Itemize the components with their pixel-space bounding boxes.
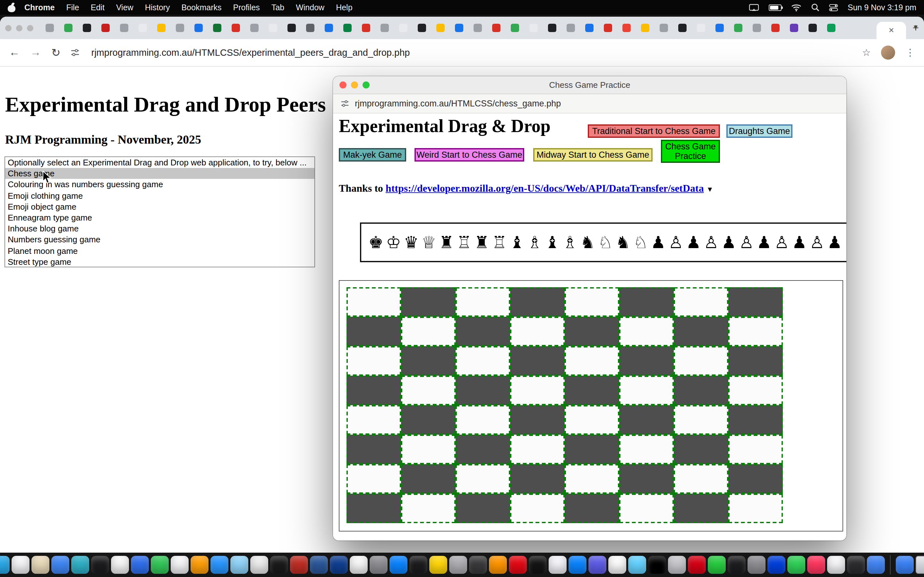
dock-app-icon[interactable] <box>807 556 825 574</box>
chess-piece[interactable]: ♛ <box>402 234 420 251</box>
board-cell[interactable] <box>347 317 401 346</box>
board-cell[interactable] <box>510 346 565 376</box>
dock-app-icon[interactable] <box>628 556 646 574</box>
dock-app-icon[interactable] <box>290 556 308 574</box>
board-cell[interactable] <box>565 435 619 464</box>
game-button-5[interactable]: Chess Game Practice <box>661 140 720 163</box>
dock-app-icon[interactable] <box>549 556 567 574</box>
dock-app-icon[interactable] <box>131 556 149 574</box>
dock-app-icon[interactable] <box>867 556 885 574</box>
menu-help[interactable]: Help <box>336 3 352 12</box>
board-cell[interactable] <box>347 435 401 464</box>
board-cell[interactable] <box>347 287 401 317</box>
browser-tab[interactable] <box>640 23 650 33</box>
board-cell[interactable] <box>510 435 565 464</box>
browser-tab[interactable] <box>193 23 204 33</box>
battery-icon[interactable] <box>769 4 782 11</box>
browser-tab[interactable] <box>677 23 687 33</box>
listbox-option[interactable]: Street type game <box>5 256 314 267</box>
browser-tab[interactable] <box>733 23 743 33</box>
dock-app-icon[interactable] <box>11 556 29 574</box>
board-cell[interactable] <box>728 464 783 494</box>
board-cell[interactable] <box>728 494 783 523</box>
dock-app-icon[interactable] <box>250 556 268 574</box>
browser-tab[interactable] <box>81 23 92 33</box>
browser-tab[interactable] <box>454 23 464 33</box>
board-cell[interactable] <box>510 317 565 346</box>
close-tab-icon[interactable]: ✕ <box>888 26 894 35</box>
board-cell[interactable] <box>674 405 728 435</box>
listbox-option[interactable]: Planet moon game <box>5 245 314 256</box>
dock-app-icon[interactable] <box>0 556 10 574</box>
board-cell[interactable] <box>456 317 510 346</box>
board-cell[interactable] <box>565 287 619 317</box>
board-cell[interactable] <box>565 464 619 494</box>
browser-tab[interactable] <box>156 23 166 33</box>
dock-app-icon[interactable] <box>31 556 49 574</box>
browser-tab[interactable] <box>119 23 129 33</box>
browser-tab[interactable] <box>249 23 259 33</box>
menu-file[interactable]: File <box>66 3 79 12</box>
menu-chrome[interactable]: Chrome <box>24 3 55 12</box>
browser-tab[interactable] <box>398 23 408 33</box>
browser-tab[interactable] <box>230 23 241 33</box>
board-cell[interactable] <box>347 376 401 405</box>
board-cell[interactable] <box>456 376 510 405</box>
board-cell[interactable] <box>456 435 510 464</box>
game-button-0[interactable]: Traditional Start to Chess Game <box>588 124 720 138</box>
browser-tab[interactable] <box>547 23 557 33</box>
browser-tab[interactable] <box>100 23 110 33</box>
chess-piece[interactable]: ♟ <box>755 234 773 251</box>
chrome-menu-icon[interactable]: ⋮ <box>905 47 915 58</box>
board-cell[interactable] <box>619 376 674 405</box>
dock-app-icon[interactable] <box>111 556 129 574</box>
board-cell[interactable] <box>401 317 456 346</box>
board-cell[interactable] <box>456 346 510 376</box>
chess-piece[interactable]: ♙ <box>843 234 846 251</box>
dock-app-icon[interactable] <box>389 556 407 574</box>
chess-piece[interactable]: ♙ <box>667 234 685 251</box>
browser-tab[interactable] <box>584 23 594 33</box>
board-cell[interactable] <box>728 346 783 376</box>
board-cell[interactable] <box>619 494 674 523</box>
menu-view[interactable]: View <box>116 3 134 12</box>
dock-app-icon[interactable] <box>767 556 785 574</box>
chess-piece[interactable]: ♕ <box>420 234 438 251</box>
board-cell[interactable] <box>674 435 728 464</box>
board-cell[interactable] <box>674 494 728 523</box>
chess-piece[interactable]: ♘ <box>596 234 614 251</box>
browser-tab[interactable] <box>342 23 352 33</box>
board-cell[interactable] <box>510 405 565 435</box>
browser-tab[interactable] <box>323 23 334 33</box>
screen-mirroring-icon[interactable] <box>749 3 759 11</box>
board-cell[interactable] <box>401 346 456 376</box>
apple-menu-icon[interactable] <box>8 3 15 12</box>
browser-tab[interactable] <box>137 23 148 33</box>
browser-tab[interactable] <box>509 23 520 33</box>
bookmark-star-icon[interactable]: ☆ <box>862 47 871 58</box>
active-tab[interactable]: ✕ <box>877 22 906 39</box>
board-cell[interactable] <box>619 287 674 317</box>
board-cell[interactable] <box>510 287 565 317</box>
chess-piece[interactable]: ♝ <box>543 234 561 251</box>
browser-tab[interactable] <box>268 23 278 33</box>
game-button-1[interactable]: Draughts Game <box>726 124 792 138</box>
dock-app-icon[interactable] <box>787 556 805 574</box>
dock-app-icon[interactable] <box>449 556 467 574</box>
listbox-option[interactable]: Enneagram type game <box>5 212 314 223</box>
popup-address-bar[interactable]: rjmprogramming.com.au/HTMLCSS/chess_game… <box>355 99 561 108</box>
board-cell[interactable] <box>347 405 401 435</box>
board-cell[interactable] <box>565 494 619 523</box>
board-cell[interactable] <box>619 346 674 376</box>
dock-app-icon[interactable] <box>71 556 89 574</box>
chess-piece[interactable]: ♟ <box>649 234 667 251</box>
popup-site-info-icon[interactable] <box>341 99 349 108</box>
profile-avatar[interactable] <box>881 45 895 60</box>
dock-app-icon[interactable] <box>210 556 228 574</box>
board-cell[interactable] <box>728 405 783 435</box>
chess-piece[interactable]: ♟ <box>685 234 702 251</box>
dock-app-icon[interactable] <box>708 556 726 574</box>
chess-piece[interactable]: ♞ <box>614 234 632 251</box>
board-cell[interactable] <box>565 405 619 435</box>
browser-tab[interactable] <box>565 23 575 33</box>
